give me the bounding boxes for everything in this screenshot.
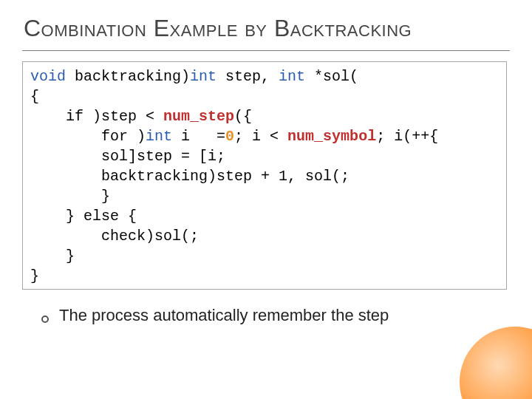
code-text: check)sol(; — [30, 228, 199, 245]
slide: Combination Example by Backtracking void… — [0, 0, 532, 399]
code-text: } — [30, 248, 75, 265]
slide-title: Combination Example by Backtracking — [21, 13, 511, 43]
code-text: step, — [216, 68, 279, 85]
code-text: i = — [172, 128, 225, 145]
code-text: sol]step = [i; — [30, 148, 225, 165]
code-text: ; i(++{ — [376, 128, 438, 145]
code-text: if — [30, 108, 92, 125]
code-block: void backtracking)int step, int *sol( { … — [22, 61, 507, 290]
bullet-circle-icon — [41, 316, 49, 323]
decorative-orb-icon — [460, 327, 532, 399]
code-text: *sol( — [305, 68, 358, 85]
code-id-numsymbol: num_symbol — [287, 128, 376, 145]
code-kw-int: int — [190, 68, 216, 85]
code-kw-void: void — [30, 68, 66, 85]
code-text: backtracking)step + 1, sol(; — [30, 168, 349, 185]
bullet-item: The process automatically remember the s… — [41, 306, 511, 325]
code-text: ; i < — [234, 128, 287, 145]
code-text: ) — [137, 128, 146, 145]
bullet-text: The process automatically remember the s… — [59, 306, 389, 325]
code-text: )step < — [92, 108, 163, 125]
code-kw-int: int — [279, 68, 305, 85]
code-id-numstep: num_step — [163, 108, 234, 125]
code-text: backtracking) — [66, 68, 190, 85]
code-text: { — [30, 88, 39, 105]
code-text: } else { — [30, 208, 137, 225]
code-text: ({ — [234, 108, 252, 125]
code-text: } — [30, 188, 110, 205]
title-underline — [22, 50, 510, 51]
code-kw-int: int — [146, 128, 172, 145]
code-lit-zero: 0 — [225, 128, 234, 145]
code-text: for — [30, 128, 137, 145]
code-text: } — [30, 267, 39, 284]
